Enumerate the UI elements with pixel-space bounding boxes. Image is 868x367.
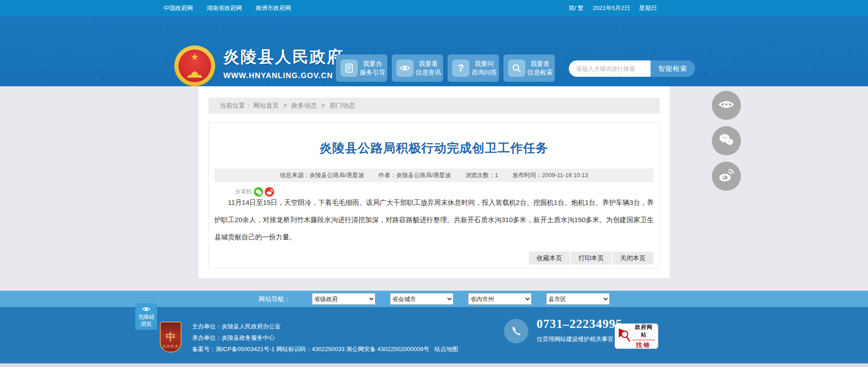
service-button-kan[interactable]: 我要看信息资讯 [392,55,443,82]
service-phone-number: 0731–22234995 [537,317,622,331]
lang-switch[interactable]: 简/ 繁 [568,4,583,12]
undertake-line: 承办单位：炎陵县政务服务中心 [192,332,458,343]
select-provincial-gov[interactable]: 省级政府 [312,293,375,305]
party-gov-badge[interactable]: 中 党政机关 [160,322,182,352]
error-badge-line1: 政府网站 [632,323,655,340]
eye-icon [396,60,414,77]
footer-info: 主办单位：炎陵县人民政府办公室 承办单位：炎陵县政务服务中心 备案号：湘ICP备… [192,321,458,355]
print-page-button[interactable]: 打印本页 [571,252,612,264]
service-button-wen[interactable]: ? 我要问咨询问答 [448,55,499,82]
question-icon: ? [452,60,469,77]
search-box: 智能检索 [569,60,695,77]
meta-source: 炎陵县公路局/唐星波 [309,172,364,179]
emblem-star-icon: ★ [191,52,199,61]
footer-nav-band: 网站导航： 省级政府 省会城市 省内市州 县市区 [0,291,868,307]
icp-text: 备案号：湘ICP备05003421号-1 网站标识码：4302250033 湘公… [192,346,429,352]
eye-icon [142,306,150,314]
service-label: 我要办服务引导 [358,60,387,77]
footer: 无障碍 浏览 中 党政机关 主办单位：炎陵县人民政府办公室 承办单位：炎陵县政务… [0,307,868,363]
service-label: 我要问咨询问答 [469,60,499,77]
main-content: 当前位置： 网站首页 > 政务动态 > 部门动态 炎陵县公路局积极行动完成创卫工… [198,86,670,278]
header: ★ 炎陵县人民政府 WWW.HNYANLING.GOV.CN 我要办服务引导 [0,16,868,86]
site-title: 炎陵县人民政府 [223,46,344,68]
footnav-label: 网站导航： [259,291,291,307]
share-row: 分享到 [235,187,274,197]
share-label: 分享到 [235,188,252,196]
bookmark-page-button[interactable]: 收藏本页 [529,252,570,264]
eye-icon [719,99,734,112]
breadcrumb-separator: > [321,102,325,109]
current-weekday: 星期日 [639,4,657,12]
weibo-icon [719,169,734,184]
weibo-share-button[interactable] [712,162,741,191]
page-bottom-strip [0,363,868,367]
current-date: 2021年5月2日 [593,4,630,12]
wechat-icon [719,134,734,148]
service-label: 我要查信息检索 [525,60,555,77]
breadcrumb-label: 当前位置： [220,102,252,109]
float-toolbar [712,91,741,197]
document-icon [340,60,358,77]
article-meta: 信息来源：炎陵县公路局/唐星波 作者：炎陵县公路局/唐星波 浏览次数：1 发布时… [214,169,654,182]
a11y-label-line1: 无障碍 [138,314,154,321]
error-badge-line2: 找错 [632,341,655,349]
search-icon [508,60,525,77]
phone-icon [504,319,528,343]
breadcrumb-zhengwu[interactable]: 政务动态 [291,102,317,109]
service-button-cha[interactable]: 我要查信息检索 [503,55,555,82]
national-emblem-logo: ★ [174,45,215,86]
service-label: 我要看信息资讯 [414,60,443,77]
accessibility-browse-button[interactable]: 无障碍 浏览 [135,303,157,330]
undertake-unit: 炎陵县政务服务中心 [222,334,275,341]
page: 中国政府网 湖南省政府网 株洲市政府网 简/ 繁 2021年5月2日 星期日 ★… [0,0,868,367]
article-title: 炎陵县公路局积极行动完成创卫工作任务 [209,140,659,156]
shield-label: 党政机关 [163,344,179,349]
topbar-links: 中国政府网 湖南省政府网 株洲市政府网 [163,4,291,12]
icp-line: 备案号：湘ICP备05003421号-1 网站标识码：4302250033 湘公… [192,343,458,355]
topbar-right: 简/ 繁 2021年5月2日 星期日 [568,4,657,12]
meta-views: 1 [495,172,498,179]
meta-author: 炎陵县公路局/唐星波 [396,172,451,179]
article-card: 炎陵县公路局积极行动完成创卫工作任务 信息来源：炎陵县公路局/唐星波 作者：炎陵… [208,122,660,268]
service-buttons: 我要办服务引导 我要看信息资讯 ? 我要问咨询问答 [336,55,555,82]
meta-pubtime: 2009-11-16 10:13 [542,172,588,179]
breadcrumb-home[interactable]: 网站首页 [253,102,279,109]
wechat-share-button[interactable] [712,126,741,155]
sitemap-link[interactable]: 站点地图 [434,346,458,352]
select-counties[interactable]: 县市区 [546,293,610,305]
article-actions: 收藏本页 打印本页 关闭本页 [529,252,653,264]
wechat-share-icon[interactable] [254,187,263,197]
breadcrumb-bumen[interactable]: 部门动态 [330,102,355,109]
link-hunan-gov[interactable]: 湖南省政府网 [207,4,242,12]
select-capital-cities[interactable]: 省会城市 [390,293,454,305]
shield-emblem-icon: 中 [166,332,176,342]
site-url: WWW.HNYANLING.GOV.CN [223,71,344,80]
close-page-button[interactable]: 关闭本页 [612,252,653,264]
gov-site-error-report-badge[interactable]: 政府网站 找错 [615,323,658,349]
emblem-gate-icon [187,71,202,78]
breadcrumb-separator: > [283,102,287,109]
phone-note: 仅受理网站建设维护相关事宜 [537,335,613,343]
host-unit: 炎陵县人民政府办公室 [222,323,281,330]
select-province-cities[interactable]: 省内市州 [468,293,532,305]
service-button-banshi[interactable]: 我要办服务引导 [336,55,387,82]
breadcrumb: 当前位置： 网站首页 > 政务动态 > 部门动态 [208,98,660,114]
topbar: 中国政府网 湖南省政府网 株洲市政府网 简/ 繁 2021年5月2日 星期日 [0,0,868,16]
error-find-icon [618,327,631,345]
accessibility-eye-button[interactable] [712,91,741,120]
article-body: 11月14日至15日，天空阴冷，下着毛毛细雨。该局广大干部职工放弃周末休息时间，… [214,194,654,246]
link-zhuzhou-gov[interactable]: 株洲市政府网 [256,4,291,12]
link-china-gov[interactable]: 中国政府网 [163,4,193,12]
weibo-share-icon[interactable] [265,187,274,197]
a11y-label-line2: 浏览 [141,321,152,327]
smart-search-button[interactable]: 智能检索 [651,60,695,77]
host-line: 主办单位：炎陵县人民政府办公室 [192,321,458,332]
search-input[interactable] [569,60,651,77]
